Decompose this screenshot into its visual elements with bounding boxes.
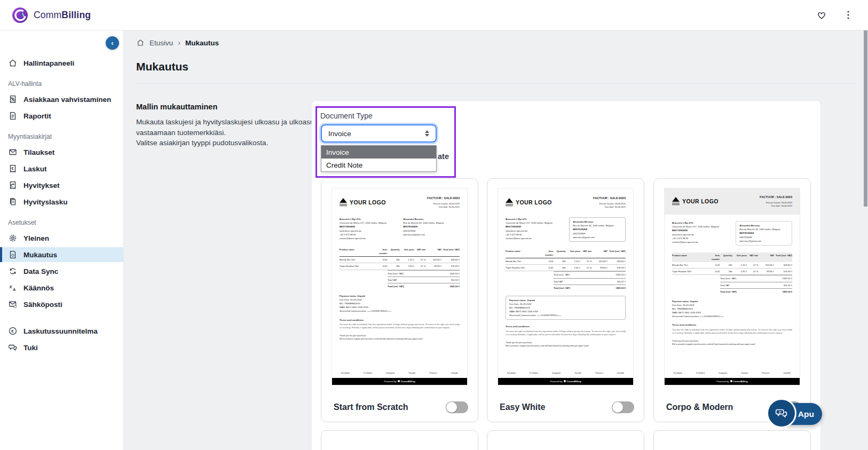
gear-icon [8,233,18,243]
sidebar-item-label: Data Sync [23,267,58,275]
chat-bubbles-icon[interactable] [767,398,796,428]
template-name: Start from Scratch [334,402,408,412]
invoice-powered-by-bar: Powered byCommBilling [498,378,633,385]
invoice-due-date: Due date: 30-06-2025 [760,204,792,208]
invoice-thanks: Thank you for your purchase.We're proud … [506,341,626,348]
translate-icon: xA [8,283,18,293]
sidebar-item-asiakkaan-vahvistaminen[interactable]: Asiakkaan vahvistaminen [0,92,123,107]
kebab-menu-icon[interactable] [842,9,854,21]
template-card-corpo-modern[interactable]: YOUR LOGO FACTUUR : SALE-0023 Factuur Da… [653,178,811,422]
home-icon [136,38,145,47]
triangle-logo-icon [672,197,680,206]
option-credit-note[interactable]: Credit Note [321,159,436,171]
chat-icon [8,343,18,352]
invoice-header: YOUR LOGO FACTUUR : SALE-0023 Factuur Da… [340,196,460,209]
customization-panel: Document Type Invoice ate Invoice Credit… [311,100,821,450]
sidebar-item-mukautus[interactable]: Mukautus [0,247,123,262]
document-gear-icon [8,250,18,259]
document-type-label: Document Type [320,112,373,120]
invoice-date: Factuur Datum: 18-06-2025 [427,202,460,206]
heart-icon[interactable] [816,9,827,21]
invoice-header: YOUR LOGO FACTUUR : SALE-0023 Factuur Da… [665,188,800,215]
sidebar-item-raportit[interactable]: Raportit [0,108,123,123]
invoice-payment-info: Payment status: UnpaidDue Date: 30-05-20… [672,299,792,319]
up-down-arrows-icon [425,130,429,137]
invoice-terms: Terms and conditionsYou have the right t… [506,325,626,336]
template-name: Easy White [500,402,545,412]
invoice-buyer: Alexandra BerveauRue du Marché 43, 1060 … [569,217,626,242]
sidebar-item-label: Hyvityslasku [23,198,68,206]
vertical-scrollbar[interactable] [864,30,867,207]
sidebar-section-label: ALV-hallinta [0,72,123,90]
sidebar-item-label: Tilaukset [23,148,54,156]
sidebar-collapse-button[interactable]: ‹ [106,36,119,50]
template-card-partial[interactable] [321,430,478,450]
receipt-return-icon [8,180,18,190]
option-invoice[interactable]: Invoice [321,146,436,159]
sidebar-item-label: Laskut [23,165,47,173]
invoice-logo: YOUR LOGO [506,196,552,209]
sidebar-item-hyvitykset[interactable]: Hyvitykset [0,178,123,193]
svg-text:€: € [11,329,14,334]
invoice-powered-by-bar: Powered byCommBilling [332,378,467,385]
commbilling-logo-icon [12,7,28,23]
sidebar-item-label: Yleinen [23,234,49,242]
breadcrumb-home[interactable]: Etusivu [149,39,173,47]
invoice-header: YOUR LOGO FACTUUR : SALE-0023 Factuur Da… [506,196,626,209]
copy-document-icon [8,197,18,207]
sidebar-item-label: Asiakkaan vahvistaminen [23,96,111,104]
document-type-select[interactable]: Invoice [321,124,437,143]
sidebar-item-tuki[interactable]: Tuki [0,340,123,355]
template-card-partial[interactable] [653,430,811,450]
invoice-logo-text: YOUR LOGO [350,198,386,208]
sync-icon [8,266,18,276]
invoice-meta: FACTUUR : SALE-0023 Factuur Datum: 18-06… [760,195,792,208]
invoice-table-row: Blonde Bio 75cl11262402.10 €21 %105.84 €… [340,257,460,263]
invoice-logo-text: YOUR LOGO [682,197,719,207]
invoice-table: Product nameItem numberQuantityUnit pric… [672,252,792,295]
sidebar-item-laskutussuunnitelma[interactable]: € Laskutussuunnitelma [0,323,123,338]
invoice-logo: YOUR LOGO [672,195,719,208]
intro-line1: Mukauta laskujesi ja hyvityslaskujesi ul… [136,117,318,138]
document-type-options: Invoice Credit Note [321,145,437,172]
sidebar-item-laskut[interactable]: € Laskut [0,161,123,176]
intro-line2: Valitse asiakirjan tyyppi pudotusvalikos… [136,138,318,148]
page-title: Mukautus [136,60,188,73]
sidebar-item-sahkoposti[interactable]: Sähköposti [0,297,123,312]
breadcrumb: Etusivu › Mukautus [136,38,219,47]
sidebar-item-data-sync[interactable]: Data Sync [0,264,123,279]
sidebar-item-kaannos[interactable]: xA Käännös [0,280,123,295]
commbilling-dot-icon [564,380,566,382]
invoice-due-date: Due date: 30-06-2025 [593,206,626,209]
invoice-table-header: Product nameItem numberQuantityUnit pric… [506,249,626,258]
sidebar-item-hyvityslasku[interactable]: Hyvityslasku [0,194,123,209]
template-name: Corpo & Modern [666,402,733,412]
invoice-logo-text: YOUR LOGO [516,198,552,208]
svg-text:€: € [12,167,14,171]
template-toggle[interactable] [612,401,634,413]
sidebar-item-label: Mukautus [23,251,57,259]
invoice-totals: Total (excl. VAT)1505.50 €Total VAT324.3… [720,275,792,294]
invoice-seller: Brasserie L'Épi d'OrChaussée de Wavre 21… [506,217,562,242]
help-button[interactable]: Apu [771,401,822,426]
invoice-totals: Total (excl. VAT)1505.50 €Total VAT324.3… [388,270,460,289]
template-toggle[interactable] [446,401,468,413]
invoice-seller: Brasserie L'Épi d'OrChaussée de Wavre 21… [340,217,396,240]
intro-block: Mallin mukauttaminen Mukauta laskujesi j… [136,102,318,148]
invoice-seller: Brasserie L'Épi d'OrChaussée de Wavre 21… [672,221,729,246]
sidebar-item-label: Tuki [23,344,38,352]
sidebar-item-hallintapaneeli[interactable]: Hallintapaneeli [0,56,123,70]
sidebar-item-tilaukset[interactable]: Tilaukset [0,145,123,160]
invoice-buyer: Alexandra BerveauRue du Marché 43, 1060 … [736,221,792,246]
sidebar-item-yleinen[interactable]: Yleinen [0,231,123,246]
invoice-terms: Terms and conditionsYou have the right t… [672,323,792,334]
template-card-footer: Easy White [500,401,634,413]
invoice-payment-info: Payment status: UnpaidDue Date: 30-05-20… [340,294,460,313]
receipt-percent-icon [8,94,18,104]
invoice-number: FACTUUR : SALE-0023 [593,196,626,201]
template-card-easy-white[interactable]: YOUR LOGO FACTUUR : SALE-0023 Factuur Da… [487,178,644,422]
breadcrumb-current: Mukautus [185,39,219,47]
template-card-start-from-scratch[interactable]: YOUR LOGO FACTUUR : SALE-0023 Factuur Da… [321,178,478,422]
sidebar-item-label: Laskutussuunnitelma [23,327,98,335]
template-card-partial[interactable] [487,430,644,450]
